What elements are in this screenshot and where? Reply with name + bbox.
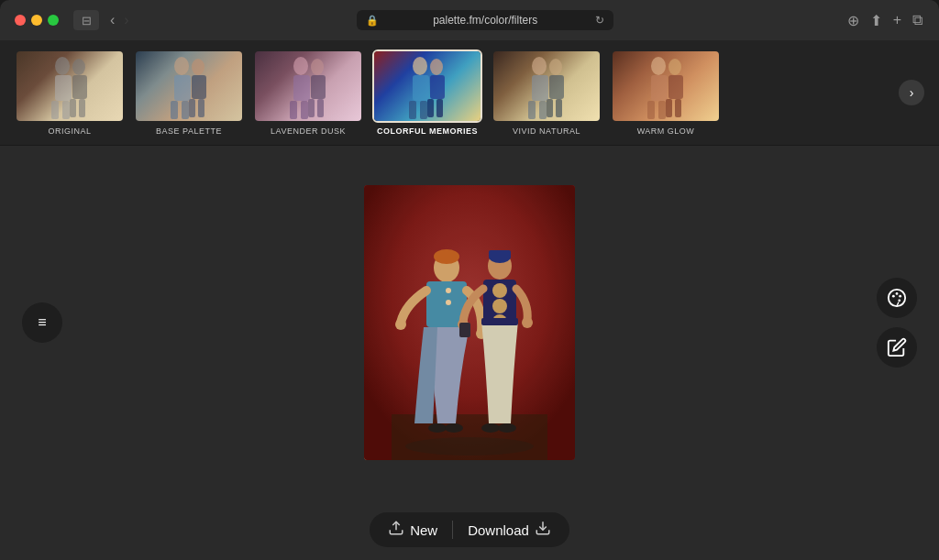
photo-frame [364,185,575,460]
svg-rect-19 [301,101,308,119]
svg-rect-31 [436,99,443,117]
filter-thumb-colorful-memories [372,49,482,123]
svg-rect-38 [547,99,553,117]
nav-controls: ⊟ [73,10,99,30]
filter-thumb-lavender-dusk [253,49,363,123]
share-extension-button[interactable]: ⊕ [845,10,861,31]
svg-rect-34 [528,101,536,119]
svg-rect-41 [651,75,668,101]
maximize-button[interactable] [48,15,59,26]
download-arrow-icon [535,520,551,536]
filter-label-warm-glow: WARM GLOW [637,126,695,136]
new-button[interactable]: New [388,520,437,540]
svg-rect-27 [420,101,427,119]
nav-arrows: ‹ › [106,10,133,30]
palette-tool-button[interactable] [877,278,917,318]
filter-thumb-base-palette [134,49,244,123]
svg-rect-11 [182,101,189,119]
svg-rect-15 [198,99,204,117]
svg-point-4 [72,59,85,75]
svg-point-75 [889,290,905,306]
svg-rect-35 [539,101,547,119]
photo-svg [364,185,575,460]
filter-thumb-warm-glow [611,49,721,123]
svg-rect-2 [51,101,59,119]
filter-thumb-vivid-natural [492,49,602,123]
minimize-button[interactable] [31,15,42,26]
svg-rect-74 [364,185,575,460]
filter-strip: ORIGINAL [0,40,939,146]
lock-icon: 🔒 [366,15,379,27]
photo-container [364,185,575,460]
back-button[interactable]: ‹ [106,10,118,30]
edit-tool-button[interactable] [877,327,917,368]
svg-point-16 [293,57,308,75]
sidebar-toggle-button[interactable]: ⊟ [73,10,99,30]
action-buttons: New Download [370,512,569,547]
svg-point-36 [549,59,562,75]
action-divider [452,521,453,539]
svg-rect-10 [171,101,178,119]
svg-point-40 [651,57,666,75]
tabs-overview-button[interactable]: ⧉ [911,10,924,30]
app-content: ORIGINAL [0,40,939,560]
filter-item-colorful-memories[interactable]: COLORFUL MEMORIES [372,49,482,136]
filter-item-original[interactable]: ORIGINAL [15,49,125,136]
close-button[interactable] [15,15,26,26]
url-input[interactable] [357,10,613,30]
filter-item-lavender-dusk[interactable]: LAVENDER DUSK [253,49,363,136]
figure-svg-vivid [519,55,574,121]
photo-image [364,185,575,460]
svg-rect-43 [658,101,666,119]
upload-button[interactable]: ⬆ [868,10,884,31]
filter-item-vivid-natural[interactable]: VIVID NATURAL [492,49,602,136]
svg-point-28 [430,59,443,75]
filter-label-vivid-natural: VIVID NATURAL [513,126,580,136]
filter-items: ORIGINAL [15,49,889,136]
filter-bg-warm [613,51,719,121]
svg-rect-25 [413,75,429,101]
menu-button[interactable]: ≡ [22,302,62,343]
forward-button[interactable]: › [120,10,132,30]
filter-thumb-original [15,49,125,123]
new-icon [388,520,404,540]
svg-point-76 [892,295,895,298]
filter-label-original: ORIGINAL [48,126,91,136]
filter-item-base-palette[interactable]: BASE PALETTE [134,49,244,136]
download-icon [535,520,551,540]
new-tab-button[interactable]: + [891,10,903,30]
main-area: ≡ [0,146,939,500]
svg-rect-37 [549,75,564,99]
figure-svg-warm [638,55,693,121]
menu-icon: ≡ [38,314,46,331]
new-label: New [410,522,437,538]
svg-rect-22 [308,99,315,117]
svg-rect-30 [427,99,434,117]
svg-rect-6 [70,99,76,117]
filter-bg-colorful [374,51,481,121]
svg-point-24 [413,57,427,75]
download-button[interactable]: Download [468,520,551,540]
svg-rect-46 [666,99,672,117]
svg-rect-33 [532,75,548,101]
title-bar: ⊟ ‹ › 🔒 ↻ ⊕ ⬆ + ⧉ [0,0,939,40]
svg-point-0 [55,57,70,75]
svg-rect-9 [174,75,191,101]
svg-rect-42 [647,101,655,119]
filter-label-colorful-memories: COLORFUL MEMORIES [377,126,478,136]
figure-svg-base [161,55,216,121]
traffic-lights [15,15,59,26]
svg-rect-1 [55,75,72,101]
filter-label-lavender-dusk: LAVENDER DUSK [271,126,346,136]
filter-bg-original [17,51,123,121]
svg-point-79 [898,299,900,302]
filter-next-button[interactable]: › [899,80,924,105]
filter-item-warm-glow[interactable]: WARM GLOW [611,49,721,136]
svg-rect-13 [192,75,206,99]
reload-button[interactable]: ↻ [595,14,604,27]
svg-rect-18 [290,101,297,119]
svg-rect-47 [675,99,681,117]
svg-rect-7 [79,99,85,117]
figure-svg-original [42,55,97,121]
palette-icon [887,288,907,308]
